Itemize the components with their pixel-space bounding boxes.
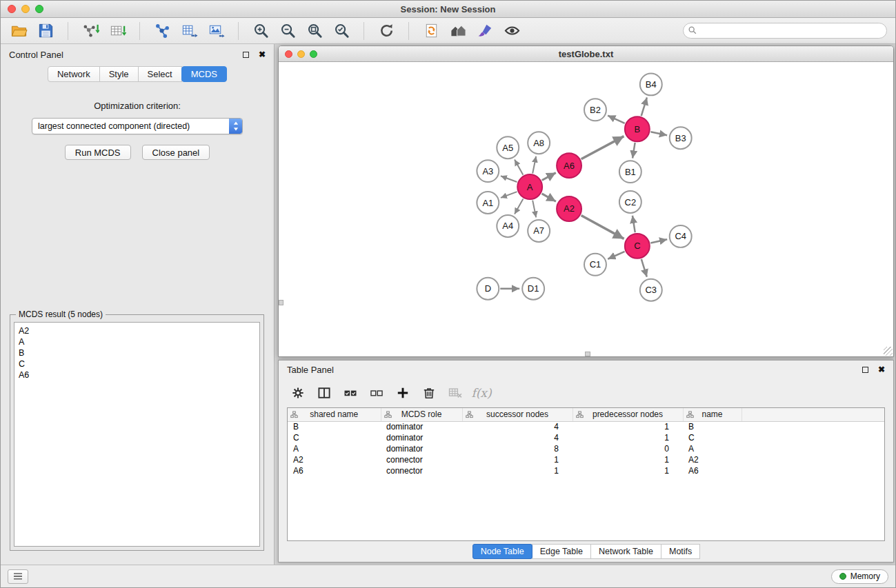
close-panel-button[interactable]: Close panel — [142, 145, 210, 160]
resize-grip[interactable] — [884, 347, 893, 356]
close-window-button[interactable] — [8, 5, 16, 13]
zoom-fit-button[interactable] — [303, 20, 326, 42]
mcds-result-item[interactable]: A — [14, 336, 259, 347]
graph-node-A8[interactable]: A8 — [528, 132, 550, 154]
table-settings-button[interactable] — [288, 383, 308, 403]
table-row[interactable]: Bdominator41B — [288, 421, 884, 432]
tab-node-table[interactable]: Node Table — [472, 544, 532, 559]
table-row[interactable]: A6connector11A6 — [288, 465, 884, 476]
window-titlebar[interactable]: Session: New Session — [1, 1, 895, 18]
function-builder-button[interactable]: f(x) — [472, 383, 491, 403]
graph-node-B4[interactable]: B4 — [640, 73, 662, 95]
zoom-network-window-button[interactable] — [310, 50, 317, 58]
graph-node-A5[interactable]: A5 — [497, 136, 519, 159]
graph-edge-C-C2[interactable] — [633, 216, 635, 232]
graph-edge-A-A1[interactable] — [501, 192, 517, 198]
graph-node-C4[interactable]: C4 — [670, 225, 692, 247]
zoom-out-button[interactable] — [277, 20, 299, 42]
add-row-button[interactable] — [393, 383, 412, 403]
graph-node-A[interactable]: A — [517, 174, 542, 199]
graph-edge-C-C4[interactable] — [650, 239, 667, 243]
show-graphics-button[interactable] — [501, 20, 523, 42]
search-input[interactable] — [683, 23, 887, 39]
column-header-name[interactable]: name — [683, 408, 741, 421]
graph-edge-B-B3[interactable] — [650, 132, 667, 135]
zoom-in-button[interactable] — [250, 20, 272, 42]
graph-edge-C-C3[interactable] — [641, 259, 647, 277]
close-panel-icon[interactable]: ✖ — [259, 50, 266, 59]
export-table-button[interactable] — [178, 20, 200, 42]
run-mcds-button[interactable]: Run MCDS — [65, 145, 131, 160]
column-header-shared-name[interactable]: shared name — [288, 408, 381, 421]
table-row[interactable]: A2connector11A2 — [288, 454, 884, 465]
open-session-button[interactable] — [8, 20, 30, 42]
select-all-rows-button[interactable] — [341, 383, 360, 403]
float-panel-icon[interactable] — [243, 52, 249, 58]
minimize-window-button[interactable] — [21, 5, 30, 13]
graph-edge-A6-B[interactable] — [581, 136, 624, 159]
graph-node-C2[interactable]: C2 — [619, 191, 641, 213]
zoom-selected-button[interactable] — [330, 20, 352, 42]
home-button[interactable] — [447, 20, 469, 42]
deselect-all-rows-button[interactable] — [367, 383, 386, 403]
import-table-button[interactable] — [106, 20, 128, 42]
layout-document-button[interactable] — [420, 20, 442, 42]
graph-node-B[interactable]: B — [625, 116, 650, 141]
graph-edge-A-A3[interactable] — [501, 176, 517, 182]
float-table-panel-icon[interactable] — [862, 367, 868, 373]
graph-node-A7[interactable]: A7 — [528, 220, 550, 242]
graph-edge-A2-C[interactable] — [581, 216, 624, 239]
graph-edge-B-B4[interactable] — [641, 97, 647, 116]
graph-edge-A-A4[interactable] — [515, 199, 523, 214]
graph-node-B3[interactable]: B3 — [670, 127, 692, 149]
graph-edge-A-A7[interactable] — [532, 201, 536, 218]
tab-network-table[interactable]: Network Table — [590, 544, 661, 559]
graph-node-C1[interactable]: C1 — [584, 254, 606, 276]
mcds-result-item[interactable]: C — [14, 358, 259, 369]
tab-select[interactable]: Select — [138, 66, 182, 82]
tab-style[interactable]: Style — [99, 66, 139, 82]
tab-mcds[interactable]: MCDS — [181, 66, 227, 82]
graph-node-A3[interactable]: A3 — [477, 160, 499, 182]
graph-edge-C-C1[interactable] — [608, 252, 624, 259]
graph-edge-A-A2[interactable] — [542, 194, 556, 201]
table-row[interactable]: Adominator80A — [288, 443, 884, 454]
zoom-window-button[interactable] — [35, 5, 43, 13]
column-header-predecessor-nodes[interactable]: predecessor nodes — [573, 408, 683, 421]
memory-button[interactable]: Memory — [831, 569, 888, 584]
graph-edge-B-B2[interactable] — [608, 116, 625, 123]
tab-motifs[interactable]: Motifs — [661, 544, 700, 559]
mcds-result-item[interactable]: A6 — [14, 369, 259, 381]
graph-node-D[interactable]: D — [477, 278, 499, 300]
minimize-network-window-button[interactable] — [297, 50, 305, 58]
column-header-successor-nodes[interactable]: successor nodes — [462, 408, 573, 421]
close-table-panel-icon[interactable]: ✖ — [878, 365, 885, 374]
criterion-dropdown[interactable]: largest connected component (directed) — [32, 118, 243, 134]
graph-edge-A-A8[interactable] — [532, 156, 536, 174]
mcds-result-item[interactable]: B — [14, 347, 259, 358]
network-window-titlebar[interactable]: testGlobe.txt — [279, 46, 893, 62]
graph-node-B1[interactable]: B1 — [619, 161, 641, 183]
export-image-button[interactable] — [205, 20, 227, 42]
graph-node-A1[interactable]: A1 — [477, 192, 499, 214]
graph-node-C3[interactable]: C3 — [640, 279, 662, 301]
graph-edge-B-B1[interactable] — [633, 143, 635, 159]
graph-node-A4[interactable]: A4 — [497, 215, 519, 237]
tab-network[interactable]: Network — [48, 66, 100, 82]
graph-node-A6[interactable]: A6 — [557, 153, 581, 178]
refresh-button[interactable] — [375, 20, 397, 42]
table-row[interactable]: Cdominator41C — [288, 432, 884, 443]
panel-list-button[interactable] — [8, 569, 28, 584]
delete-row-button[interactable] — [419, 383, 439, 403]
graph-node-C[interactable]: C — [625, 234, 650, 258]
graph-node-D1[interactable]: D1 — [522, 278, 544, 300]
save-session-button[interactable] — [34, 20, 57, 42]
close-network-window-button[interactable] — [285, 50, 292, 58]
graph-edge-A-A5[interactable] — [515, 160, 523, 175]
apply-style-button[interactable] — [474, 20, 496, 42]
graph-node-B2[interactable]: B2 — [584, 99, 606, 121]
tab-edge-table[interactable]: Edge Table — [532, 544, 591, 559]
delete-table-button[interactable] — [446, 383, 465, 403]
graph-node-A2[interactable]: A2 — [557, 196, 581, 221]
show-columns-button[interactable] — [315, 383, 334, 403]
